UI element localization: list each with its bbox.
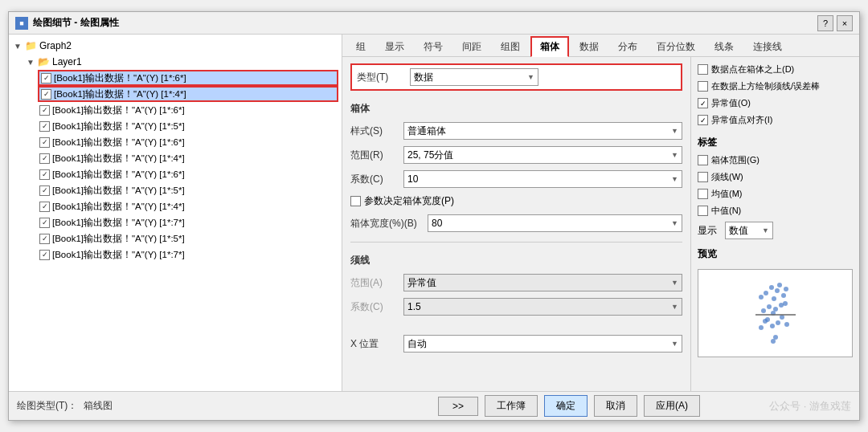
- display-row: 显示 数值 ▼: [698, 222, 853, 239]
- whisker-tag-cb[interactable]: [698, 172, 708, 182]
- tab-箱体[interactable]: 箱体: [530, 36, 569, 57]
- box-width-arrow: ▼: [671, 219, 678, 227]
- cb-4[interactable]: ✓: [39, 137, 50, 148]
- whisker-range-select[interactable]: 异常值 ▼: [403, 274, 682, 291]
- whisker-coeff-select[interactable]: 1.5 ▼: [403, 298, 682, 316]
- tab-百分位数[interactable]: 百分位数: [648, 37, 704, 56]
- outlier-cb[interactable]: ✓: [698, 98, 708, 108]
- whisker-section-title: 须线: [350, 254, 682, 267]
- style-label: 样式(S): [350, 124, 399, 138]
- cb-8[interactable]: ✓: [39, 202, 50, 212]
- coeff-row: 系数(C) 10 ▼: [350, 170, 682, 188]
- svg-point-9: [773, 307, 778, 312]
- tree-item-6[interactable]: ✓ [Book1]输出数据！"A"(Y) [1*:6*]: [38, 166, 338, 182]
- display-value: 数值: [729, 224, 748, 238]
- cb-10[interactable]: ✓: [39, 234, 50, 244]
- svg-point-0: [769, 285, 774, 290]
- median-cb[interactable]: [698, 206, 708, 216]
- mean-cb[interactable]: [698, 189, 708, 199]
- cb-6[interactable]: ✓: [39, 169, 50, 180]
- coeff-select[interactable]: 10 ▼: [403, 170, 682, 188]
- tree-root[interactable]: ▼ 📁 Graph2: [12, 38, 338, 54]
- tree-item-10[interactable]: ✓ [Book1]输出数据！"A"(Y) [1*:5*]: [38, 230, 338, 247]
- outlier-row: ✓ 异常值(O): [698, 97, 853, 109]
- display-label: 显示: [698, 224, 720, 238]
- display-select-arrow: ▼: [762, 226, 769, 234]
- whisker-coeff-label: 系数(C): [350, 300, 399, 314]
- arrows-button[interactable]: >>: [438, 397, 478, 416]
- cb-3[interactable]: ✓: [39, 121, 50, 132]
- tree-item-5[interactable]: ✓ [Book1]输出数据！"A"(Y) [1*:4*]: [38, 150, 338, 166]
- outlier-align-cb[interactable]: ✓: [698, 115, 708, 125]
- watermark-area: 公众号 · 游鱼戏莲: [706, 392, 851, 421]
- item-label-9: [Book1]输出数据！"A"(Y) [1*:7*]: [52, 217, 185, 229]
- help-button[interactable]: ?: [817, 15, 833, 31]
- draw-whisker-cb[interactable]: [698, 81, 708, 92]
- layer-node[interactable]: ▼ 📂 Layer1: [25, 54, 338, 70]
- tab-显示[interactable]: 显示: [376, 37, 413, 56]
- tree-layer-group: ▼ 📂 Layer1 ✓ [Book1]输出数据！"A"(Y) [1*:6*] …: [12, 54, 338, 263]
- checkbox-wrap-4: ✓ [Book1]输出数据！"A"(Y) [1*:6*]: [39, 137, 185, 149]
- type-label: 类型(T): [357, 71, 405, 84]
- range-select[interactable]: 25, 75分值 ▼: [403, 146, 682, 164]
- layer-folder-icon: 📂: [38, 56, 51, 67]
- tree-item-2[interactable]: ✓ [Book1]输出数据！"A"(Y) [1*:6*]: [38, 102, 338, 118]
- median-row: 中值(N): [698, 205, 853, 217]
- workbook-button[interactable]: 工作簿: [485, 395, 538, 417]
- ok-button[interactable]: 确定: [544, 395, 588, 417]
- xpos-select[interactable]: 自动 ▼: [403, 335, 682, 353]
- cb-1[interactable]: ✓: [41, 89, 51, 100]
- checkbox-wrap-2: ✓ [Book1]输出数据！"A"(Y) [1*:6*]: [39, 104, 185, 116]
- xpos-label: X 位置: [350, 337, 399, 351]
- cb-5[interactable]: ✓: [39, 153, 50, 164]
- cb-11[interactable]: ✓: [39, 250, 50, 260]
- cb-7[interactable]: ✓: [39, 185, 50, 196]
- tab-组[interactable]: 组: [347, 37, 375, 56]
- tree-item-4[interactable]: ✓ [Book1]输出数据！"A"(Y) [1*:6*]: [38, 134, 338, 150]
- item-label-7: [Book1]输出数据！"A"(Y) [1*:5*]: [52, 185, 185, 197]
- box-width-label: 箱体宽度(%)(B): [350, 217, 423, 230]
- tab-分布[interactable]: 分布: [609, 37, 646, 56]
- style-select[interactable]: 普通箱体 ▼: [403, 122, 682, 140]
- item-label-11: [Book1]输出数据！"A"(Y) [1*:7*]: [52, 249, 185, 261]
- cb-0[interactable]: ✓: [41, 73, 51, 84]
- tab-符号[interactable]: 符号: [415, 37, 452, 56]
- tab-数据[interactable]: 数据: [571, 37, 608, 56]
- tree-item-7[interactable]: ✓ [Book1]输出数据！"A"(Y) [1*:5*]: [38, 182, 338, 198]
- type-select[interactable]: 数据 ▼: [410, 68, 538, 86]
- above-data-cb[interactable]: [698, 64, 708, 75]
- tab-线条[interactable]: 线条: [706, 37, 743, 56]
- root-folder-icon: 📁: [25, 40, 38, 51]
- item-label-6: [Book1]输出数据！"A"(Y) [1*:6*]: [52, 169, 185, 181]
- main-window: ■ 绘图细节 - 绘图属性 ? × ▼ 📁 Graph2 ▼ �: [8, 11, 860, 421]
- tree-item-9[interactable]: ✓ [Book1]输出数据！"A"(Y) [1*:7*]: [38, 214, 338, 230]
- box-range-cb[interactable]: [698, 155, 708, 165]
- tree-item-1[interactable]: ✓ [Book1]输出数据！"A"(Y) [1*:4*]: [38, 86, 338, 102]
- svg-point-1: [775, 288, 780, 293]
- display-select[interactable]: 数值 ▼: [725, 222, 773, 239]
- apply-button[interactable]: 应用(A): [644, 395, 700, 417]
- param-box-width-cb[interactable]: [350, 196, 361, 206]
- tree-item-3[interactable]: ✓ [Book1]输出数据！"A"(Y) [1*:5*]: [38, 118, 338, 134]
- whisker-range-value: 异常值: [407, 276, 436, 290]
- box-width-select[interactable]: 80 ▼: [428, 214, 682, 232]
- whisker-coeff-row: 系数(C) 1.5 ▼: [350, 298, 682, 316]
- cancel-button[interactable]: 取消: [594, 395, 637, 417]
- tree-item-11[interactable]: ✓ [Book1]输出数据！"A"(Y) [1*:7*]: [38, 247, 338, 263]
- param-box-width-label: 参数决定箱体宽度(P): [364, 194, 454, 208]
- tab-连接线[interactable]: 连接线: [744, 37, 791, 56]
- checkbox-wrap-6: ✓ [Book1]输出数据！"A"(Y) [1*:6*]: [39, 169, 185, 181]
- tab-组图[interactable]: 组图: [492, 37, 529, 56]
- preview-title: 预览: [698, 247, 853, 261]
- range-arrow: ▼: [671, 151, 678, 159]
- whisker-coeff-arrow: ▼: [671, 303, 678, 311]
- cb-9[interactable]: ✓: [39, 218, 50, 228]
- tree-item-8[interactable]: ✓ [Book1]输出数据！"A"(Y) [1*:4*]: [38, 198, 338, 214]
- xpos-arrow: ▼: [671, 340, 678, 348]
- outlier-align-label: 异常值点对齐(I): [711, 114, 772, 126]
- cb-2[interactable]: ✓: [39, 105, 50, 116]
- tree-item-0[interactable]: ✓ [Book1]输出数据！"A"(Y) [1*:6*]: [38, 70, 338, 86]
- tab-间距[interactable]: 间距: [453, 37, 490, 56]
- app-icon: ■: [15, 17, 28, 30]
- close-button[interactable]: ×: [837, 15, 853, 31]
